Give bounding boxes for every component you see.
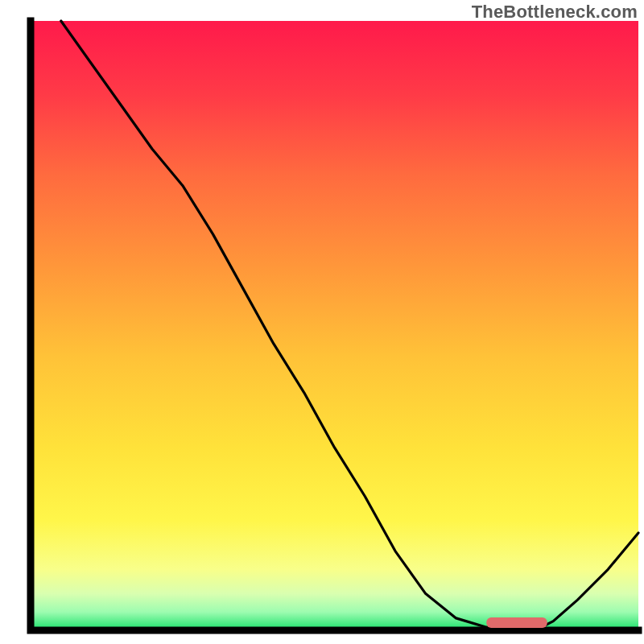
highlight-bar [486,617,547,628]
bottleneck-chart [0,0,644,644]
plot-background [31,21,638,630]
chart-stage: TheBottleneck.com [0,0,644,644]
